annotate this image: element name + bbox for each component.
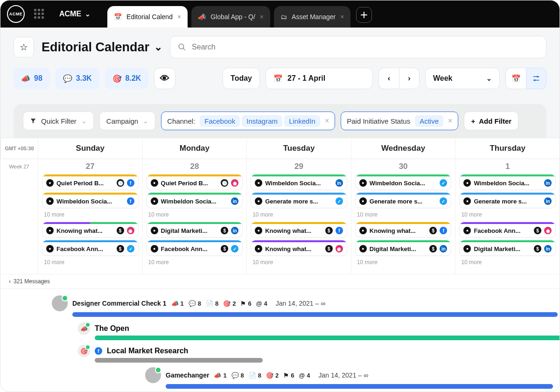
stat-chip[interactable]: 🎯8.2K — [105, 68, 149, 89]
stat-chip[interactable]: 📣98 — [14, 68, 50, 89]
event-card[interactable]: ●Knowing what...$f — [251, 222, 347, 238]
filter-tag[interactable]: Instagram — [242, 115, 282, 127]
timeline-item[interactable]: Designer Commercial Check 1 📣1 💬8 📄8 🎯2 … — [52, 295, 560, 311]
quick-filter-select[interactable]: Quick Filter ⌄ — [23, 112, 94, 130]
event-card[interactable]: ●Knowing what...$◉ — [251, 240, 347, 256]
event-card[interactable]: ●Wimbeldon Socia...✓ — [355, 174, 452, 190]
more-link[interactable]: 10 more — [42, 210, 139, 222]
timeline-subitem[interactable]: 📣 The Open — [78, 322, 560, 335]
avatar[interactable] — [52, 295, 68, 311]
visibility-button[interactable]: 👁 — [154, 68, 175, 89]
event-card[interactable]: ●Digital Marketi...$in — [147, 222, 243, 238]
channel-icon: ◉ — [544, 227, 552, 234]
favorite-button[interactable]: ☆ — [14, 37, 34, 57]
stat: 📣1 — [214, 372, 226, 379]
paid-status-filter[interactable]: Paid Initiative Status Active × — [341, 112, 458, 130]
event-card[interactable]: ●Digital Marketi...$in — [459, 240, 556, 256]
channel-icon: $ — [534, 227, 541, 234]
brand-logo[interactable]: ACME — [7, 5, 25, 23]
event-card[interactable]: ●Generate more s...✓ — [355, 192, 452, 208]
campaign-select[interactable]: Campaign ⌄ — [99, 112, 155, 130]
calendar-view-button[interactable]: 📅 — [505, 68, 526, 89]
search-box[interactable] — [170, 36, 546, 58]
event-card[interactable]: ●Wimbeldon Socia...f — [42, 192, 139, 208]
search-icon — [178, 43, 186, 51]
event-card[interactable]: ●Wimbeldon Socia...in — [251, 174, 347, 190]
next-button[interactable]: › — [399, 68, 420, 89]
filter-tag[interactable]: Active — [415, 115, 443, 127]
messages-header[interactable]: ‹ 321 Messages — [0, 274, 560, 289]
more-link[interactable]: 10 more — [251, 258, 347, 269]
more-link[interactable]: 10 more — [42, 258, 139, 269]
more-link[interactable]: 10 more — [147, 258, 243, 269]
event-card[interactable]: ●Quiet Period B...🕓◉ — [147, 174, 243, 190]
filter-tag[interactable]: LinkedIn — [284, 115, 320, 127]
avatar[interactable] — [145, 367, 161, 383]
event-card[interactable]: ●Wimbeldon Socia...in — [459, 174, 556, 190]
prev-button[interactable]: ‹ — [378, 68, 399, 89]
day-column: 29 ●Wimbeldon Socia...in ●Generate more … — [246, 159, 351, 274]
filter-bar: Quick Filter ⌄ Campaign ⌄ Channel: Faceb… — [0, 98, 560, 138]
status-dot: ● — [463, 179, 471, 187]
event-card[interactable]: ●Knowing what...$f — [355, 222, 452, 238]
today-button[interactable]: Today — [223, 68, 260, 89]
timeline-bar[interactable] — [166, 384, 553, 389]
stat: ⚑6 — [240, 300, 251, 307]
view-select[interactable]: Week ⌄ — [425, 68, 500, 89]
event-card[interactable]: ●Facebook Ann...$✓ — [42, 240, 139, 256]
more-link[interactable]: 10 more — [147, 210, 243, 222]
tab[interactable]: 📅Editorial Calend× — [107, 6, 188, 28]
day-header: Thursday — [455, 138, 560, 159]
status-dot: ● — [151, 227, 158, 234]
apps-icon[interactable] — [34, 9, 44, 19]
tab[interactable]: 📣Global App - Q/× — [191, 6, 270, 28]
status-dot: ● — [255, 227, 262, 234]
item-title: Designer Commercial Check 1 — [72, 300, 167, 307]
stat: 📄8 — [249, 372, 261, 379]
event-card[interactable]: ●Wimbeldon Socia...in — [147, 192, 243, 208]
timeline-bar[interactable] — [95, 358, 263, 363]
target-icon: 🎯 — [266, 372, 273, 379]
channel-icon: $ — [429, 227, 437, 234]
channel-icon: f — [336, 227, 343, 234]
close-icon[interactable]: × — [340, 13, 344, 21]
timeline-subitem[interactable]: 🎯 f Local Market Research — [78, 345, 560, 357]
event-card[interactable]: ●Quiet Period B...🕓f — [42, 174, 139, 190]
target-icon: 🎯 — [223, 300, 231, 307]
event-card[interactable]: ●Facebook Ann...$✓ — [147, 240, 243, 256]
more-link[interactable]: 10 more — [355, 258, 452, 269]
more-link[interactable]: 10 more — [459, 210, 556, 222]
timeline-item[interactable]: Gamechanger 📣1 💬8 📄8 🎯2 ⚑6 @4 Jan 14, 20… — [145, 367, 560, 383]
chevron-down-icon[interactable]: ⌄ — [154, 41, 162, 53]
event-card[interactable]: ●Digital Marketi...$in — [355, 240, 452, 256]
event-card[interactable]: ●Facebook Ann...$◉ — [459, 222, 556, 238]
search-input[interactable] — [192, 43, 539, 51]
more-link[interactable]: 10 more — [355, 210, 452, 222]
status-dot: ● — [46, 245, 54, 252]
channel-icon: $ — [325, 245, 333, 252]
tab[interactable]: 🗂Asset Manager× — [274, 6, 350, 28]
event-card[interactable]: ●Generate more s...✓ — [251, 192, 347, 208]
timeline-bar[interactable] — [72, 312, 558, 317]
more-link[interactable]: 10 more — [459, 258, 556, 269]
topbar: ACME ACME ⌄ 📅Editorial Calend×📣Global Ap… — [0, 0, 560, 28]
add-tab-button[interactable] — [356, 7, 372, 23]
filter-tag[interactable]: Facebook — [200, 115, 240, 127]
close-icon[interactable]: × — [177, 13, 181, 21]
close-icon[interactable]: × — [260, 13, 264, 21]
date-range-picker[interactable]: 📅 27 - 1 April — [266, 68, 373, 89]
channel-icon: $ — [325, 227, 333, 234]
channel-icon: in — [544, 197, 552, 205]
event-card[interactable]: ●Generate more s...in — [459, 192, 556, 208]
settings-view-button[interactable] — [526, 68, 546, 89]
chevron-right-icon: › — [408, 74, 410, 83]
event-card[interactable]: ●Knowing what...$◉ — [42, 222, 139, 238]
more-link[interactable]: 10 more — [251, 210, 347, 222]
clear-filter-icon[interactable]: × — [325, 117, 329, 125]
clear-filter-icon[interactable]: × — [448, 117, 452, 125]
org-selector[interactable]: ACME ⌄ — [59, 10, 91, 18]
stat-chip[interactable]: 💬3.3K — [56, 68, 99, 89]
timeline-bar[interactable] — [95, 336, 560, 340]
channel-filter[interactable]: Channel: Facebook Instagram LinkedIn × — [161, 112, 335, 130]
add-filter-button[interactable]: + Add Filter — [464, 112, 518, 130]
